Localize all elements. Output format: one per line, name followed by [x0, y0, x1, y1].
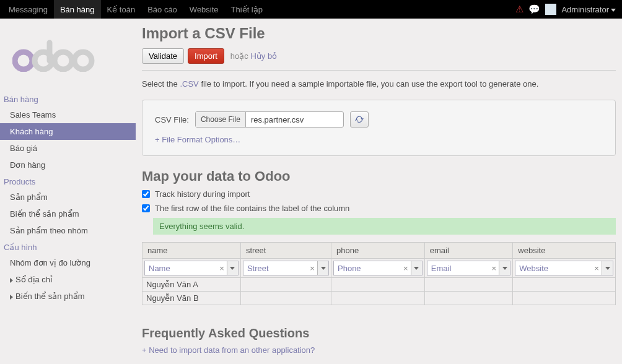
dropdown-arrow[interactable]	[317, 261, 328, 275]
clear-icon[interactable]: ×	[401, 261, 411, 275]
table-cell	[513, 278, 616, 292]
sidebar-item-khách-hàng[interactable]: Khách hàng	[0, 123, 136, 140]
clear-icon[interactable]: ×	[307, 261, 317, 275]
sidebar-section: Products	[0, 173, 136, 189]
nav-item-messaging[interactable]: Messaging	[2, 0, 54, 19]
csv-file-label: CSV File:	[155, 115, 189, 124]
file-input[interactable]: Choose File res.partner.csv	[195, 111, 344, 128]
chat-icon[interactable]: 💬	[528, 4, 540, 15]
nav-item-báo-cáo[interactable]: Báo cáo	[141, 0, 183, 19]
svg-point-3	[74, 52, 92, 69]
table-cell	[424, 292, 513, 305]
sidebar-item-biến-thể-sản-phẩm[interactable]: Biến thể sản phẩm	[0, 206, 136, 222]
table-cell	[331, 278, 425, 292]
table-cell	[331, 292, 425, 305]
sidebar-item-biến-thể-sản-phẩm[interactable]: Biến thể sản phẩm	[0, 288, 136, 305]
sidebar-section: Bán hàng	[0, 91, 136, 106]
import-button[interactable]: Import	[188, 48, 224, 64]
field-select-value: Website	[515, 261, 592, 275]
column-header: phone	[331, 243, 425, 259]
validate-button[interactable]: Validate	[142, 48, 184, 64]
sidebar-item-label: Sales Teams	[10, 110, 56, 119]
sidebar-item-label: Biến thể sản phẩm	[15, 292, 85, 301]
field-select[interactable]: Name×	[144, 261, 239, 275]
sidebar-item-label: Sổ địa chỉ	[15, 275, 53, 284]
nav-item-website[interactable]: Website	[183, 0, 225, 19]
or-cancel: hoặc Hủy bỏ	[230, 51, 277, 61]
nav-item-thiết-lập[interactable]: Thiết lập	[225, 0, 269, 19]
track-history-checkbox[interactable]	[142, 190, 150, 198]
track-history-label: Track history during import	[155, 189, 250, 199]
sidebar-item-label: Nhóm đơn vị đo lường	[10, 258, 90, 267]
field-select[interactable]: Phone×	[333, 261, 423, 275]
page-title: Import a CSV File	[142, 25, 616, 42]
choose-file-button[interactable]: Choose File	[196, 112, 246, 127]
reload-button[interactable]	[350, 111, 369, 128]
sidebar-item-sổ-địa-chỉ[interactable]: Sổ địa chỉ	[0, 271, 136, 288]
cancel-link[interactable]: Hủy bỏ	[250, 51, 277, 61]
field-select[interactable]: Street×	[243, 261, 329, 275]
table-cell	[424, 278, 513, 292]
svg-point-2	[55, 52, 72, 69]
nav-menu: MessagingBán hàngKế toánBáo cáoWebsiteTh…	[2, 0, 269, 19]
clear-icon[interactable]: ×	[592, 261, 602, 275]
clear-icon[interactable]: ×	[489, 261, 499, 275]
chevron-down-icon	[414, 267, 419, 270]
chevron-down-icon	[605, 267, 610, 270]
first-row-checkbox[interactable]	[142, 204, 150, 212]
table-row: Nguyễn Văn B	[142, 292, 616, 305]
sidebar-section: Cấu hình	[0, 239, 136, 254]
sidebar-item-nhóm-đơn-vị-đo-lường[interactable]: Nhóm đơn vị đo lường	[0, 254, 136, 271]
refresh-icon	[355, 115, 364, 124]
sidebar-item-label: Khách hàng	[10, 127, 53, 136]
sidebar-item-label: Biến thể sản phẩm	[10, 209, 79, 219]
table-cell: Nguyễn Văn A	[142, 278, 241, 292]
svg-point-1	[35, 52, 52, 69]
dropdown-arrow[interactable]	[602, 261, 613, 275]
faq-link[interactable]: + Need to import data from an other appl…	[142, 345, 315, 355]
field-select[interactable]: Website×	[515, 261, 613, 275]
sidebar-item-label: Sản phẩm	[10, 193, 48, 202]
sidebar: Bán hàngSales TeamsKhách hàngBáo giáĐơn …	[0, 19, 136, 364]
top-navbar: MessagingBán hàngKế toánBáo cáoWebsiteTh…	[0, 0, 622, 19]
column-header: website	[513, 243, 616, 259]
sidebar-item-sản-phẩm-theo-nhóm[interactable]: Sản phẩm theo nhóm	[0, 222, 136, 239]
column-header: street	[240, 243, 331, 259]
validation-banner: Everything seems valid.	[153, 218, 616, 235]
chevron-down-icon	[230, 267, 235, 270]
nav-right: ⚠ 💬 Administrator	[515, 4, 620, 15]
selected-filename: res.partner.csv	[246, 115, 309, 124]
sidebar-item-sales-teams[interactable]: Sales Teams	[0, 106, 136, 123]
file-box: CSV File: Choose File res.partner.csv + …	[142, 100, 616, 156]
expand-icon	[10, 278, 13, 283]
clear-icon[interactable]: ×	[217, 261, 227, 275]
sidebar-item-label: Báo giá	[10, 144, 37, 153]
table-cell: Nguyễn Văn B	[142, 292, 241, 305]
table-row: Nguyễn Văn A	[142, 278, 616, 292]
table-cell	[513, 292, 616, 305]
action-buttons: Validate Import hoặc Hủy bỏ	[142, 48, 616, 64]
table-cell	[240, 292, 331, 305]
chevron-down-icon	[502, 267, 507, 270]
field-mapping-row: Name×Street×Phone×Email×Website×	[142, 259, 616, 278]
file-format-options-link[interactable]: + File Format Options…	[155, 135, 240, 144]
instruction-text: Select the .CSV file to import. If you n…	[142, 79, 616, 89]
sidebar-item-đơn-hàng[interactable]: Đơn hàng	[0, 157, 136, 173]
sidebar-item-báo-giá[interactable]: Báo giá	[0, 140, 136, 157]
chevron-down-icon	[321, 267, 326, 270]
dropdown-arrow[interactable]	[499, 261, 510, 275]
divider	[142, 70, 616, 71]
avatar[interactable]	[545, 4, 556, 15]
faq-heading: Frequently Asked Questions	[142, 326, 616, 340]
sidebar-item-sản-phẩm[interactable]: Sản phẩm	[0, 189, 136, 206]
dropdown-arrow[interactable]	[411, 261, 422, 275]
field-select-value: Name	[145, 261, 217, 275]
sidebar-item-label: Đơn hàng	[10, 160, 45, 170]
dropdown-arrow[interactable]	[227, 261, 238, 275]
warning-icon[interactable]: ⚠	[515, 4, 523, 15]
field-select[interactable]: Email×	[427, 261, 511, 275]
nav-item-bán-hàng[interactable]: Bán hàng	[54, 0, 101, 19]
admin-menu[interactable]: Administrator	[561, 5, 616, 14]
nav-item-kế-toán[interactable]: Kế toán	[101, 0, 142, 19]
chevron-down-icon	[611, 9, 616, 12]
